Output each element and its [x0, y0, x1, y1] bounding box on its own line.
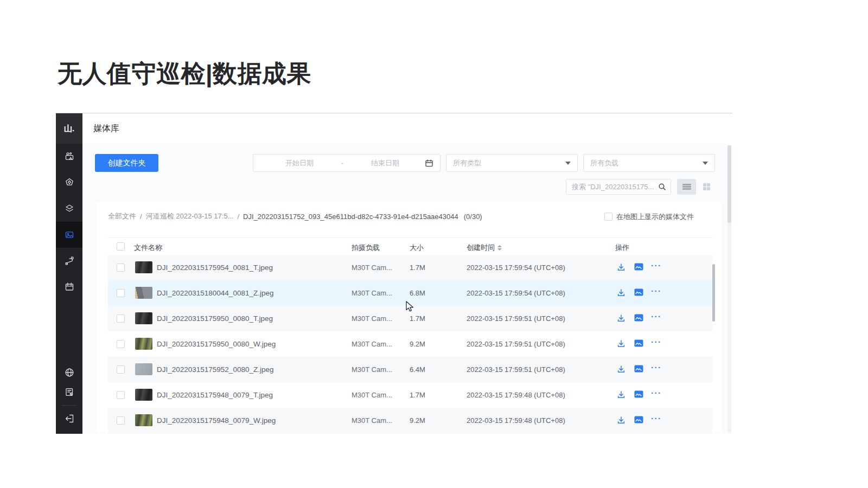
flight-log-icon [64, 387, 75, 397]
file-payload: M30T Cam... [352, 416, 392, 425]
file-thumbnail[interactable] [135, 414, 152, 426]
sidebar-item-flight-logs[interactable] [56, 383, 82, 401]
more-actions-button[interactable]: ··· [651, 388, 662, 397]
breadcrumb-root[interactable]: 全部文件 [108, 211, 136, 221]
list-view-button[interactable] [677, 179, 696, 195]
file-created: 2022-03-15 17:59:51 (UTC+08) [467, 314, 565, 323]
preview-button[interactable] [634, 390, 643, 400]
grid-view-icon [703, 183, 711, 191]
file-name[interactable]: DJI_20220315175950_0080_T.jpeg [157, 314, 273, 323]
row-checkbox[interactable] [117, 391, 125, 399]
download-icon [617, 390, 626, 399]
map-filter-label[interactable]: 在地图上显示的媒体文件 [616, 212, 694, 222]
sidebar-item-language[interactable] [56, 363, 82, 382]
preview-button[interactable] [634, 365, 643, 375]
file-thumbnail[interactable] [135, 287, 152, 299]
preview-button[interactable] [634, 339, 643, 349]
file-name[interactable]: DJI_20220315175952_0080_Z.jpeg [157, 365, 273, 374]
row-checkbox[interactable] [117, 416, 125, 425]
download-button[interactable] [617, 365, 626, 376]
type-filter-select[interactable]: 所有类型 [446, 154, 578, 172]
search-placeholder: 搜索 "DJI_20220315175... [572, 182, 654, 192]
map-annotation-icon [64, 177, 75, 188]
chevron-down-icon [565, 162, 571, 165]
preview-button[interactable] [634, 416, 643, 426]
grid-view-button[interactable] [698, 179, 716, 195]
row-checkbox[interactable] [117, 314, 125, 323]
download-button[interactable] [617, 390, 626, 401]
row-checkbox[interactable] [117, 289, 125, 297]
sidebar-item-media-library[interactable] [56, 222, 82, 248]
select-all-checkbox[interactable] [117, 242, 125, 251]
payload-filter-value: 所有负载 [590, 158, 618, 168]
devices-icon [64, 151, 75, 162]
search-input[interactable]: 搜索 "DJI_20220315175... [566, 179, 671, 195]
download-button[interactable] [617, 288, 626, 299]
chevron-down-icon [703, 162, 708, 165]
breadcrumb: 全部文件 / 河道巡检 2022-03-15 17:5... / DJI_202… [108, 211, 482, 221]
sidebar-item-route[interactable] [56, 248, 82, 274]
more-actions-button[interactable]: ··· [651, 414, 662, 423]
calendar-icon [425, 159, 433, 168]
more-actions-button[interactable]: ··· [651, 337, 662, 346]
sidebar-item-schedule[interactable] [56, 274, 82, 300]
table-scrollbar-thumb[interactable] [712, 264, 715, 322]
more-actions-button[interactable]: ··· [651, 363, 662, 372]
payload-filter-select[interactable]: 所有负载 [583, 154, 715, 172]
panel-scrollbar-thumb[interactable] [727, 145, 731, 223]
row-checkbox[interactable] [117, 264, 125, 272]
file-payload: M30T Cam... [352, 264, 392, 272]
file-payload: M30T Cam... [352, 365, 392, 374]
more-actions-button[interactable]: ··· [651, 312, 662, 321]
breadcrumb-folder[interactable]: 河道巡检 2022-03-15 17:5... [146, 211, 234, 221]
sort-icon[interactable] [497, 245, 502, 251]
table-row: DJI_20220315175952_0080_Z.jpeg M30T Cam.… [108, 357, 712, 382]
column-payload: 拍摄负载 [352, 243, 380, 253]
file-thumbnail[interactable] [135, 261, 152, 273]
download-icon [617, 288, 626, 297]
sidebar-item-devices[interactable] [56, 144, 82, 170]
media-preview-icon [634, 390, 643, 398]
sidebar-item-layers[interactable] [56, 196, 82, 222]
download-icon [617, 339, 626, 348]
sidebar-item-map-annotation[interactable] [56, 170, 82, 196]
file-name[interactable]: DJI_20220315175948_0079_T.jpeg [157, 391, 273, 399]
file-name[interactable]: DJI_20220315180044_0081_Z.jpeg [157, 289, 273, 297]
file-payload: M30T Cam... [352, 314, 392, 323]
table-row: DJI_20220315175948_0079_W.jpeg M30T Cam.… [108, 408, 712, 433]
preview-button[interactable] [634, 314, 643, 324]
file-thumbnail[interactable] [135, 312, 152, 324]
file-thumbnail[interactable] [135, 389, 152, 401]
file-created: 2022-03-15 17:59:54 (UTC+08) [467, 264, 565, 272]
file-name[interactable]: DJI_20220315175950_0080_W.jpeg [157, 340, 276, 348]
download-button[interactable] [617, 416, 626, 427]
create-folder-button[interactable]: 创建文件夹 [95, 154, 158, 172]
file-payload: M30T Cam... [352, 391, 392, 399]
media-library-icon [64, 229, 75, 240]
globe-icon [64, 367, 75, 378]
more-actions-button[interactable]: ··· [651, 286, 662, 296]
download-icon [617, 314, 626, 323]
file-size: 6.8M [410, 289, 425, 297]
selection-count: (0/30) [464, 213, 482, 221]
sidebar-logo[interactable]: 山. [56, 113, 82, 144]
date-range-picker[interactable]: 开始日期 - 结束日期 [253, 154, 441, 172]
row-checkbox[interactable] [117, 365, 125, 374]
download-icon [617, 365, 626, 374]
preview-button[interactable] [634, 288, 643, 298]
more-actions-button[interactable]: ··· [651, 261, 662, 270]
exit-icon [64, 413, 75, 424]
file-name[interactable]: DJI_20220315175954_0081_T.jpeg [157, 264, 273, 272]
download-button[interactable] [617, 339, 626, 350]
sidebar-item-exit[interactable] [56, 409, 82, 428]
map-filter-checkbox[interactable] [604, 213, 612, 221]
preview-button[interactable] [634, 263, 643, 273]
table-row: DJI_20220315175954_0081_T.jpeg M30T Cam.… [108, 255, 712, 280]
download-button[interactable] [617, 314, 626, 325]
download-button[interactable] [617, 263, 626, 274]
column-created[interactable]: 创建时间 [467, 243, 502, 253]
row-checkbox[interactable] [117, 340, 125, 348]
file-thumbnail[interactable] [135, 363, 152, 375]
file-thumbnail[interactable] [135, 338, 152, 350]
file-name[interactable]: DJI_20220315175948_0079_W.jpeg [157, 416, 276, 425]
